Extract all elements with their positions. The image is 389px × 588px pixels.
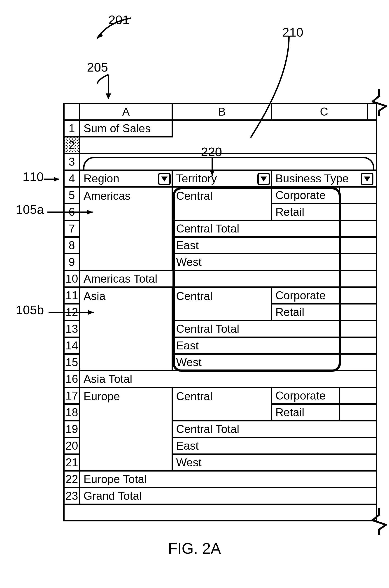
- cell-a5[interactable]: Americas: [80, 187, 173, 204]
- cell-a8[interactable]: [80, 238, 173, 254]
- row-header-9[interactable]: 9: [65, 254, 80, 271]
- callout-205: 205: [87, 61, 108, 74]
- row-header-18[interactable]: 18: [65, 405, 80, 421]
- row-header-19[interactable]: 19: [65, 421, 80, 438]
- cell-a17[interactable]: Europe: [80, 388, 173, 405]
- cell-c18[interactable]: Retail: [272, 405, 340, 421]
- callout-105a: 105a: [16, 203, 44, 216]
- cell-d18[interactable]: [340, 405, 376, 421]
- cell-a16[interactable]: Asia Total: [80, 371, 376, 388]
- column-header-c-label: C: [320, 105, 328, 118]
- cell-b11[interactable]: Central: [173, 288, 272, 305]
- cell-a7[interactable]: [80, 221, 173, 238]
- cell-b1c1[interactable]: [173, 121, 376, 137]
- cell-b6[interactable]: [173, 204, 272, 221]
- cell-c11[interactable]: Corporate: [272, 288, 340, 305]
- row3-rounded-outline: [83, 157, 374, 171]
- header-right-sliver: [367, 104, 376, 121]
- cell-c17[interactable]: Corporate: [272, 388, 340, 405]
- corner-cell[interactable]: [65, 104, 80, 121]
- row-header-5[interactable]: 5: [65, 187, 80, 204]
- cell-b20[interactable]: East: [173, 438, 376, 455]
- row-header-1[interactable]: 1: [65, 121, 80, 137]
- leader-110: [44, 177, 64, 183]
- column-header-c[interactable]: C: [272, 104, 376, 121]
- cell-b9[interactable]: West: [173, 254, 376, 271]
- leader-201: [95, 18, 140, 45]
- cell-d11[interactable]: [340, 288, 376, 305]
- cell-b21[interactable]: West: [173, 455, 376, 471]
- field-business-type[interactable]: Business Type: [272, 171, 376, 187]
- row-header-20[interactable]: 20: [65, 438, 80, 455]
- cell-row2[interactable]: [80, 137, 376, 154]
- row-header-8[interactable]: 8: [65, 238, 80, 254]
- cell-a20[interactable]: [80, 438, 173, 455]
- row-header-15[interactable]: 15: [65, 355, 80, 371]
- cell-a9[interactable]: [80, 254, 173, 271]
- cell-a18[interactable]: [80, 405, 173, 421]
- cell-d17[interactable]: [340, 388, 376, 405]
- cell-c6[interactable]: Retail: [272, 204, 340, 221]
- cell-a21[interactable]: [80, 455, 173, 471]
- spreadsheet: A B C 1 2 3 4 5 6 7 8 9 10 11 12 13 14 1…: [63, 103, 377, 521]
- row-header-11[interactable]: 11: [65, 288, 80, 305]
- cell-a6[interactable]: [80, 204, 173, 221]
- cell-d12[interactable]: [340, 305, 376, 321]
- cell-b8[interactable]: East: [173, 238, 376, 254]
- column-header-b[interactable]: B: [173, 104, 272, 121]
- leader-205: [95, 74, 122, 104]
- row-header-16[interactable]: 16: [65, 371, 80, 388]
- cell-b7[interactable]: Central Total: [173, 221, 376, 238]
- cell-a19[interactable]: [80, 421, 173, 438]
- row-header-17[interactable]: 17: [65, 388, 80, 405]
- cell-a15[interactable]: [80, 355, 173, 371]
- cell-b13[interactable]: Central Total: [173, 321, 376, 338]
- cell-a12[interactable]: [80, 305, 173, 321]
- row-header-10[interactable]: 10: [65, 271, 80, 288]
- cell-d6[interactable]: [340, 204, 376, 221]
- cell-a14[interactable]: [80, 338, 173, 355]
- row-header-3[interactable]: 3: [65, 154, 80, 171]
- cell-c5[interactable]: Corporate: [272, 187, 340, 204]
- dropdown-region[interactable]: [158, 173, 171, 185]
- row-header-21[interactable]: 21: [65, 455, 80, 471]
- row-header-22[interactable]: 22: [65, 471, 80, 488]
- cell-b12[interactable]: [173, 305, 272, 321]
- cell-b15[interactable]: West: [173, 355, 376, 371]
- row-header-13[interactable]: 13: [65, 321, 80, 338]
- row-header-6[interactable]: 6: [65, 204, 80, 221]
- cell-b17[interactable]: Central: [173, 388, 272, 405]
- row-header-2[interactable]: 2: [65, 137, 80, 154]
- cell-b5[interactable]: Central: [173, 187, 272, 204]
- row-header-4[interactable]: 4: [65, 171, 80, 187]
- cell-b19[interactable]: Central Total: [173, 421, 376, 438]
- row-header-7[interactable]: 7: [65, 221, 80, 238]
- cell-d5[interactable]: [340, 187, 376, 204]
- cell-a23[interactable]: Grand Total: [80, 488, 376, 505]
- cell-a11[interactable]: Asia: [80, 288, 173, 305]
- callout-105b: 105b: [16, 304, 44, 316]
- cell-b18[interactable]: [173, 405, 272, 421]
- cell-a22[interactable]: Europe Total: [80, 471, 376, 488]
- cell-a13[interactable]: [80, 321, 173, 338]
- cell-a1[interactable]: Sum of Sales: [80, 121, 173, 137]
- callout-110: 110: [23, 170, 44, 183]
- cell-a10[interactable]: Americas Total: [80, 271, 376, 288]
- cell-b14[interactable]: East: [173, 338, 376, 355]
- row-header-12[interactable]: 12: [65, 305, 80, 321]
- column-header-a[interactable]: A: [80, 104, 173, 121]
- dropdown-territory[interactable]: [257, 173, 270, 185]
- dropdown-business-type[interactable]: [361, 173, 373, 185]
- row-header-23[interactable]: 23: [65, 488, 80, 505]
- cell-c12[interactable]: Retail: [272, 305, 340, 321]
- figure-caption: FIG. 2A: [0, 539, 389, 557]
- row-header-14[interactable]: 14: [65, 338, 80, 355]
